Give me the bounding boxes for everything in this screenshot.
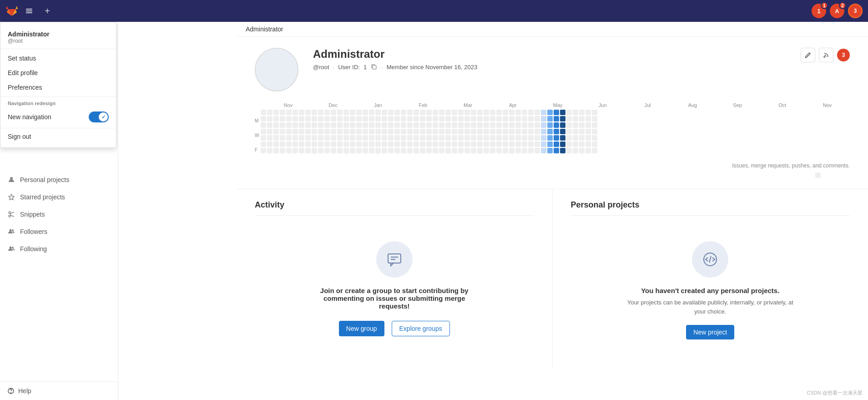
- svg-line-7: [10, 212, 14, 213]
- star-icon: [7, 193, 15, 201]
- watermark: CSDN @想看一次满天星: [807, 390, 863, 396]
- svg-line-22: [709, 256, 711, 263]
- svg-point-10: [10, 229, 12, 232]
- top-bar-right: 1 1 A 2 3: [812, 4, 863, 18]
- personal-projects-section: Personal projects You haven't created an…: [553, 189, 868, 369]
- rss-feed-button[interactable]: [819, 48, 833, 62]
- personal-projects-empty-desc: Your projects can be available publicly,…: [624, 298, 797, 316]
- svg-marker-4: [9, 194, 14, 200]
- legend-cell-2: [830, 172, 835, 178]
- contrib-grid: [261, 110, 850, 153]
- svg-point-5: [9, 212, 10, 213]
- sidebar-item-followers[interactable]: Followers: [0, 223, 118, 240]
- followers-icon: [7, 228, 15, 236]
- svg-point-11: [12, 229, 14, 231]
- explore-groups-button[interactable]: Explore groups: [392, 321, 450, 336]
- profile-section: Administrator @root · User ID: 1 · Membe…: [237, 37, 868, 102]
- scissors-icon: [7, 210, 15, 218]
- sidebar-item-personal-projects[interactable]: Personal projects: [0, 171, 118, 188]
- new-navigation-label: New navigation: [8, 113, 51, 121]
- sidebar-toggle-button[interactable]: [22, 4, 36, 18]
- contribution-graph: NovDecJanFebMarAprMayJunJulAugSepOctNov …: [237, 102, 868, 189]
- alerts-button[interactable]: 3: [848, 4, 863, 18]
- svg-point-6: [9, 215, 10, 217]
- activity-empty-state: Join or create a group to start contribu…: [255, 223, 534, 354]
- profile-meta: @root · User ID: 1 · Member since Novemb…: [313, 63, 786, 71]
- edit-profile-item[interactable]: Edit profile: [0, 66, 116, 80]
- main-content: Administrator Administrator @root · User…: [237, 22, 868, 400]
- svg-point-13: [12, 247, 14, 248]
- new-group-button[interactable]: New group: [339, 321, 384, 336]
- two-col-section: Activity Join or create a group to start…: [237, 189, 868, 369]
- new-item-button[interactable]: +: [40, 4, 55, 18]
- svg-point-15: [11, 393, 11, 393]
- svg-point-12: [10, 247, 12, 249]
- svg-point-17: [824, 56, 825, 57]
- dropdown-username: Administrator: [8, 30, 109, 38]
- legend-cell-3: [837, 172, 843, 178]
- svg-rect-2: [26, 12, 32, 13]
- legend-cell-1: [823, 172, 828, 178]
- personal-projects-empty-title: You haven't created any personal project…: [641, 287, 779, 294]
- copy-id-icon[interactable]: [370, 63, 378, 71]
- following-icon: [7, 245, 15, 253]
- contrib-day-labels: M W F: [255, 110, 259, 161]
- top-bar: + 1 1 A 2 3: [0, 0, 868, 22]
- sidebar-item-snippets[interactable]: Snippets: [0, 206, 118, 223]
- contrib-grid-wrapper: M W F: [255, 110, 850, 161]
- legend-cell-0: [815, 172, 821, 178]
- contrib-months: NovDecJanFebMarAprMayJunJulAugSepOctNov: [255, 102, 850, 108]
- notification-button[interactable]: 1 1: [812, 4, 826, 18]
- profile-actions: 3: [801, 48, 850, 62]
- toggle-knob: ✓: [99, 112, 108, 122]
- activity-empty-text: Join or create a group to start contribu…: [308, 287, 481, 310]
- chat-icon: [385, 250, 404, 268]
- set-status-item[interactable]: Set status: [0, 51, 116, 66]
- personal-projects-empty-state: You haven't created any personal project…: [571, 223, 850, 358]
- user-dropdown-menu: Administrator @root Set status Edit prof…: [0, 22, 116, 148]
- gitlab-logo-icon: [5, 5, 18, 17]
- help-icon: [7, 387, 15, 395]
- help-button[interactable]: Help: [0, 381, 118, 400]
- personal-projects-empty-icon: [692, 241, 728, 278]
- page-breadcrumb: Administrator: [237, 22, 868, 37]
- new-project-button[interactable]: New project: [686, 325, 734, 339]
- personal-projects-title: Personal projects: [571, 200, 850, 216]
- profile-avatar: [255, 48, 298, 91]
- activity-buttons: New group Explore groups: [339, 321, 450, 336]
- activity-empty-icon: [376, 241, 413, 278]
- svg-rect-18: [388, 254, 401, 263]
- code-project-icon: [701, 250, 719, 268]
- top-right-badge[interactable]: 3: [837, 49, 850, 61]
- dropdown-user-info: Administrator @root: [0, 26, 116, 49]
- sidebar-item-starred-projects[interactable]: Starred projects: [0, 188, 118, 206]
- new-navigation-toggle[interactable]: ✓: [89, 111, 109, 122]
- svg-rect-1: [26, 10, 32, 11]
- activity-title: Activity: [255, 200, 534, 216]
- activity-section: Activity Join or create a group to start…: [237, 189, 553, 369]
- edit-profile-button[interactable]: [801, 48, 815, 62]
- svg-rect-16: [373, 66, 376, 69]
- notification-badge: 1: [821, 2, 828, 9]
- new-navigation-toggle-row: New navigation ✓: [0, 108, 116, 126]
- svg-rect-0: [26, 9, 32, 10]
- sign-out-item[interactable]: Sign out: [0, 128, 116, 144]
- sidebar-nav: Personal projects Starred projects Snipp…: [0, 167, 118, 381]
- user-avatar-button[interactable]: A 2: [830, 4, 844, 18]
- user-badge: 2: [839, 2, 846, 9]
- profile-info: Administrator @root · User ID: 1 · Membe…: [313, 48, 786, 71]
- sidebar: Administrator @root Set status Edit prof…: [0, 22, 118, 400]
- nav-redesign-label: Navigation redesign: [0, 96, 116, 108]
- legend-cell-4: [844, 172, 850, 178]
- contrib-legend: [255, 172, 850, 178]
- preferences-item[interactable]: Preferences: [0, 80, 116, 95]
- person-icon: [7, 176, 15, 184]
- sidebar-item-following[interactable]: Following: [0, 240, 118, 258]
- user-id-label: User ID:: [338, 64, 360, 71]
- contrib-note: Issues, merge requests, pushes, and comm…: [255, 162, 850, 169]
- svg-line-8: [10, 215, 14, 217]
- dropdown-handle: @root: [8, 38, 109, 44]
- profile-name: Administrator: [313, 48, 786, 61]
- user-id-value: 1: [363, 64, 367, 71]
